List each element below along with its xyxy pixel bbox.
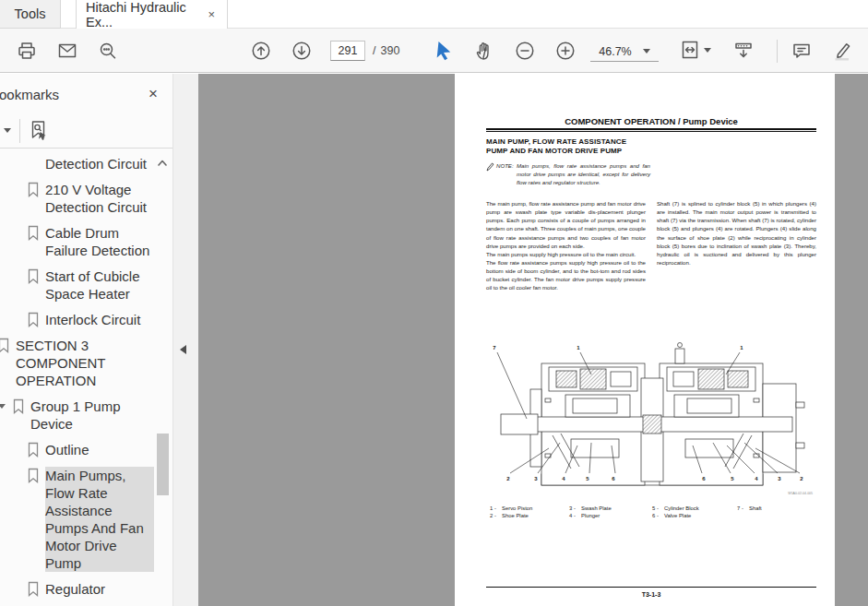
search-icon <box>97 40 119 62</box>
body-columns: The main pump, flow rate assistance pump… <box>486 199 816 292</box>
page-number-input[interactable] <box>330 41 365 61</box>
bookmarks-scroll-up-button[interactable] <box>156 157 169 168</box>
legend-entry: 1 -Servo Piston <box>490 505 569 511</box>
page-footer: T3-1-3 <box>486 591 816 598</box>
expand-caret-icon[interactable] <box>0 404 6 409</box>
body-paragraph: The main pumps supply high pressure oil … <box>486 250 646 258</box>
document-view[interactable]: COMPONENT OPERATION / Pump Device MAIN P… <box>198 74 868 606</box>
bookmark-icon <box>27 268 40 284</box>
bookmarks-scrollbar-thumb[interactable] <box>157 434 169 495</box>
search-button[interactable] <box>96 39 120 63</box>
page-divider: / <box>373 44 375 57</box>
tab-document-label: Hitachi Hydraulic Ex... <box>86 0 205 30</box>
fit-width-dropdown[interactable] <box>679 39 711 61</box>
scroll-mode-button[interactable] <box>731 39 755 63</box>
previous-page-button[interactable] <box>249 39 273 63</box>
legend-entry: 2 -Shoe Plate <box>490 513 569 518</box>
printer-icon <box>16 40 38 62</box>
bookmark-locate-icon <box>28 119 50 143</box>
next-page-button[interactable] <box>290 39 314 63</box>
bookmark-icon <box>27 225 40 241</box>
pen-note-icon <box>486 162 496 186</box>
bookmark-item[interactable]: Detection Circuit <box>0 155 154 172</box>
cursor-arrow-icon <box>433 40 455 62</box>
callout-number: 2 <box>800 476 803 481</box>
body-paragraph: Shaft (7) is splined to cylinder block (… <box>657 199 816 267</box>
print-button[interactable] <box>15 39 39 63</box>
tab-close-icon[interactable]: × <box>205 6 218 22</box>
legend-entry: 6 -Valve Plate <box>652 513 737 518</box>
body-paragraph: The main pump, flow rate assistance pump… <box>486 199 646 250</box>
legend-number: 5 - <box>652 505 664 511</box>
zoom-level-dropdown[interactable]: 46.7% <box>590 42 659 62</box>
bookmark-item-regulator[interactable]: Regulator <box>0 580 154 598</box>
zoom-in-button[interactable] <box>553 39 577 63</box>
toolbar-divider <box>777 40 778 63</box>
legend-label: Servo Piston <box>502 505 532 511</box>
legend-label: Shoe Plate <box>502 513 529 518</box>
collapse-panel-button[interactable] <box>180 343 191 356</box>
legend-label: Plunger <box>581 513 600 518</box>
legend-number: 2 - <box>490 513 502 518</box>
bookmark-icon <box>27 182 40 197</box>
chevron-left-icon <box>180 345 186 354</box>
legend-label: Shaft <box>749 505 762 511</box>
hand-icon <box>473 40 495 62</box>
options-bar-divider <box>19 119 20 143</box>
section-title-line2: PUMP AND FAN MOTOR DRIVE PUMP <box>486 147 671 156</box>
legend-entry: 7 -Shaft <box>737 505 816 511</box>
zoom-out-button[interactable] <box>513 39 537 63</box>
page-count: /390 <box>373 44 404 57</box>
body-column-left: The main pump, flow rate assistance pump… <box>486 199 646 292</box>
legend-label: Swash Plate <box>581 505 612 511</box>
body-column-right: Shaft (7) is splined to cylinder block (… <box>657 199 816 292</box>
bookmark-item[interactable]: 210 V Voltage Detection Circuit <box>0 181 154 216</box>
arrow-up-circle-icon <box>250 40 272 62</box>
callout-number: 3 <box>778 476 781 481</box>
legend-number: 7 - <box>737 505 749 511</box>
bookmark-item[interactable]: Start of Cubicle Space Heater <box>0 267 154 303</box>
legend-label: Cylinder Block <box>664 505 699 511</box>
bookmark-item-section3[interactable]: SECTION 3 COMPONENT OPERATION <box>0 337 154 389</box>
body-paragraph: The flow rate assistance pumps supply hi… <box>486 258 646 292</box>
page-scrolling-icon <box>732 40 755 62</box>
email-button[interactable] <box>55 39 79 63</box>
callout-number: 7 <box>493 345 496 351</box>
header-rule <box>486 128 816 132</box>
callout-number: 1 <box>740 345 743 351</box>
bookmark-item-group1[interactable]: Group 1 Pump Device <box>0 398 154 433</box>
legend-number: 6 - <box>652 513 664 518</box>
bookmark-item[interactable]: Interlock Circuit <box>0 311 154 328</box>
zoom-level-value: 46.7% <box>599 45 631 58</box>
minus-circle-icon <box>514 40 536 62</box>
comment-button[interactable] <box>790 39 814 63</box>
bookmark-icon <box>27 442 40 457</box>
pdf-page: COMPONENT OPERATION / Pump Device MAIN P… <box>455 74 835 606</box>
pump-cross-section-diagram: 7 1 1 2 3 4 5 6 6 5 4 3 2 W1A0-02-0 <box>488 338 816 504</box>
callout-number: 2 <box>506 476 510 481</box>
bookmarks-close-icon[interactable]: × <box>147 85 160 103</box>
bookmark-item[interactable]: Cable Drum Failure Detection <box>0 224 154 259</box>
tab-tools-label: Tools <box>15 6 46 21</box>
chevron-up-icon <box>158 160 167 166</box>
tab-tools[interactable]: Tools <box>0 0 61 29</box>
panel-collapse-gutter <box>173 74 198 606</box>
highlight-button[interactable] <box>830 39 854 63</box>
fit-width-icon <box>679 39 701 61</box>
bookmark-item-main-pumps[interactable]: Main Pumps, Flow Rate Assistance Pumps A… <box>0 467 154 572</box>
hand-tool-button[interactable] <box>472 39 496 63</box>
bookmarks-options-chevron-icon[interactable] <box>4 128 11 133</box>
figure-code: W1A0-02-04-005 <box>788 492 813 495</box>
bookmark-icon <box>0 338 10 353</box>
bookmarks-options-bar <box>0 116 172 149</box>
plus-circle-icon <box>554 40 577 62</box>
highlighter-pen-icon <box>831 40 853 62</box>
expand-current-bookmark-button[interactable] <box>28 119 50 143</box>
select-tool-button[interactable] <box>432 39 456 63</box>
tab-document[interactable]: Hitachi Hydraulic Ex... × <box>76 0 228 29</box>
note-block: NOTE: Main pumps, flow rate assistance p… <box>486 162 650 186</box>
bookmark-item-outline[interactable]: Outline <box>0 441 154 458</box>
bookmarks-panel-title: Bookmarks <box>0 87 59 102</box>
legend-entry: 4 -Plunger <box>569 513 652 518</box>
callout-number: 3 <box>534 476 538 481</box>
